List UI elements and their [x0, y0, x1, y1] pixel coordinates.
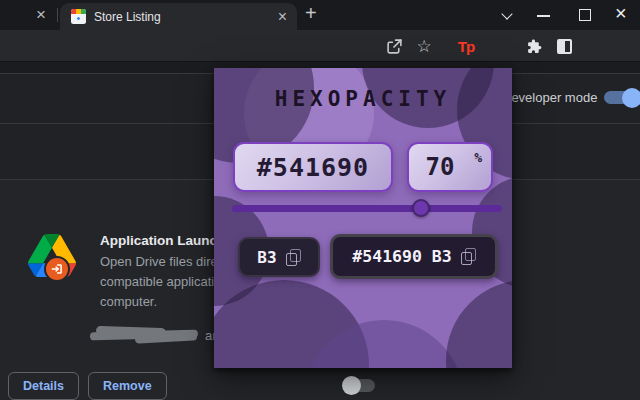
tab-store-listing[interactable]: Store Listing ×: [60, 3, 297, 30]
tab-divider: [57, 8, 58, 22]
opacity-slider[interactable]: [232, 205, 502, 212]
window-maximize-button[interactable]: [579, 9, 591, 21]
toggle-knob: [622, 88, 640, 108]
developer-mode-toggle[interactable]: [604, 91, 638, 104]
extension-description-line: compatible applicatio: [100, 274, 221, 289]
combined-hex-copy-chip[interactable]: #541690 B3: [330, 234, 498, 279]
inactive-tab-close-icon[interactable]: ×: [36, 6, 46, 23]
launcher-badge-icon: [44, 256, 70, 282]
percent-sign: %: [474, 150, 482, 165]
extensions-puzzle-icon[interactable]: [524, 30, 544, 62]
tab-close-icon[interactable]: ×: [278, 8, 287, 25]
window-close-button[interactable]: ×: [615, 2, 627, 25]
bubble-decoration: [446, 280, 512, 368]
redacted-text: [90, 327, 202, 342]
remove-button[interactable]: Remove: [88, 372, 167, 400]
combined-hex-label: #541690 B3: [352, 247, 451, 266]
copy-icon: [286, 249, 301, 266]
extension-description-line: computer.: [100, 294, 157, 309]
share-icon[interactable]: [384, 30, 404, 62]
tab-title: Store Listing: [94, 10, 161, 24]
window-minimize-button[interactable]: [537, 15, 550, 17]
extension-description-line: Open Drive files direct: [100, 254, 228, 269]
chrome-web-store-favicon: [71, 9, 86, 24]
tp-extension-icon[interactable]: Tp: [452, 30, 480, 62]
new-tab-button[interactable]: +: [305, 2, 317, 25]
developer-mode-label: Developer mode: [502, 90, 597, 105]
copy-icon: [461, 248, 476, 265]
opacity-slider-thumb[interactable]: [412, 199, 430, 217]
tab-strip: × Store Listing × + ×: [0, 0, 640, 30]
alpha-hex-copy-chip[interactable]: B3: [238, 237, 320, 277]
extension-enable-toggle[interactable]: [344, 379, 375, 392]
toggle-knob: [342, 376, 361, 395]
side-panel-icon[interactable]: [554, 30, 574, 62]
popup-title: HEXOPACITY: [214, 87, 512, 111]
hexopacity-popup: HEXOPACITY % B3 #541690 B3: [214, 68, 512, 368]
browser-toolbar: ☆ Tp B: [0, 30, 640, 62]
alpha-hex-label: B3: [257, 248, 276, 267]
bookmark-star-icon[interactable]: ☆: [414, 30, 434, 62]
opacity-field-wrap: %: [407, 142, 493, 192]
details-button[interactable]: Details: [8, 372, 79, 400]
tab-search-chevron-icon[interactable]: [503, 10, 512, 19]
hex-color-input[interactable]: [233, 142, 393, 192]
